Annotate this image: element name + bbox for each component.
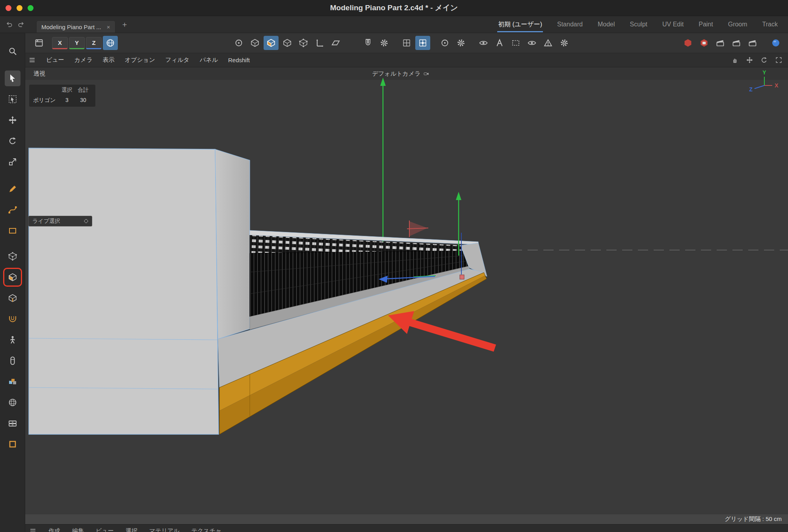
rectangle-spline-tool-button[interactable] bbox=[5, 223, 20, 239]
bottom-menu-create[interactable]: 作成 bbox=[48, 527, 60, 532]
grid-snap-button[interactable] bbox=[399, 36, 414, 50]
team-render-button[interactable] bbox=[745, 36, 760, 50]
scene-check-button[interactable] bbox=[541, 36, 556, 50]
workplane-tool-button[interactable] bbox=[5, 436, 20, 452]
bottom-menu-material[interactable]: マテリアル bbox=[149, 527, 180, 532]
annotation-button[interactable] bbox=[492, 36, 507, 50]
polygon-row-label: ポリゴン bbox=[33, 97, 59, 104]
document-tab[interactable]: Modeling Piano Part ... × bbox=[36, 20, 115, 33]
texture-mode-button[interactable] bbox=[296, 36, 311, 50]
tweak-mode-button[interactable] bbox=[231, 36, 246, 50]
character-tool-button[interactable] bbox=[5, 332, 20, 348]
layout-initial[interactable]: 初期 (ユーザー) bbox=[497, 17, 543, 32]
modeling-settings-button[interactable] bbox=[437, 36, 452, 50]
material-manager-menubar: 作成 編集 ビュー 選択 マテリアル テクスチャ bbox=[25, 524, 788, 532]
workplane-mode-button[interactable] bbox=[328, 36, 343, 50]
window-zoom-button[interactable] bbox=[28, 5, 33, 11]
snap-settings-button[interactable] bbox=[377, 36, 392, 50]
tool-options-icon[interactable] bbox=[83, 218, 89, 224]
edit-render-settings-button[interactable] bbox=[713, 36, 728, 50]
bottom-menu-edit[interactable]: 編集 bbox=[72, 527, 84, 532]
render-view-button[interactable] bbox=[680, 36, 695, 50]
help-sphere-button[interactable] bbox=[768, 36, 783, 50]
total-header: 合計 bbox=[75, 87, 91, 94]
layout-manager-button[interactable] bbox=[32, 36, 46, 50]
axis-mode-button[interactable] bbox=[312, 36, 327, 50]
render-to-picture-viewer-button[interactable] bbox=[697, 36, 712, 50]
spline-pen-tool-button[interactable] bbox=[5, 202, 20, 218]
bottom-menu-icon[interactable] bbox=[29, 527, 37, 532]
coordinate-system-button[interactable] bbox=[103, 36, 118, 50]
sweep-tool-button[interactable] bbox=[5, 311, 20, 327]
view-filter-button[interactable] bbox=[524, 36, 539, 50]
bottom-menu-view[interactable]: ビュー bbox=[96, 527, 114, 532]
camera-icon bbox=[423, 71, 429, 77]
isolate-selection-button[interactable] bbox=[508, 36, 523, 50]
selection-header: 選択 bbox=[59, 87, 75, 94]
dolly-view-icon[interactable] bbox=[744, 55, 755, 66]
toggle-view-icon[interactable] bbox=[773, 55, 784, 66]
sculpt-tool-button[interactable] bbox=[5, 353, 20, 369]
new-tab-button[interactable]: ＋ bbox=[121, 19, 128, 30]
camera-label[interactable]: デフォルトカメラ bbox=[372, 70, 429, 78]
layout-sculpt[interactable]: Sculpt bbox=[629, 17, 648, 32]
menu-options[interactable]: オプション bbox=[125, 56, 155, 64]
grid-spacing-bar: グリッド間隔 : 50 cm bbox=[25, 514, 788, 524]
tool-palette bbox=[0, 33, 25, 532]
layout-track[interactable]: Track bbox=[762, 17, 779, 32]
orbit-view-icon[interactable] bbox=[758, 55, 769, 66]
interactive-render-button[interactable] bbox=[729, 36, 744, 50]
piano-body-box[interactable] bbox=[29, 148, 250, 434]
edges-mode-button[interactable] bbox=[5, 290, 20, 306]
layout-groom[interactable]: Groom bbox=[727, 17, 748, 32]
window-title: Modeling Piano Part 2.c4d * - メイン bbox=[0, 3, 788, 13]
rectangle-selection-tool-button[interactable] bbox=[5, 91, 20, 107]
enable-snap-button[interactable] bbox=[361, 36, 375, 50]
axis-lock-z-button[interactable]: Z bbox=[86, 37, 102, 49]
visibility-filter-button[interactable] bbox=[476, 36, 491, 50]
live-selection-tool-button[interactable] bbox=[5, 70, 20, 86]
asset-drawer-button[interactable] bbox=[5, 415, 20, 431]
annotation-arrow bbox=[388, 311, 496, 352]
menu-display[interactable]: 表示 bbox=[103, 56, 115, 64]
layout-model[interactable]: Model bbox=[597, 17, 616, 32]
rotate-tool-button[interactable] bbox=[5, 133, 20, 149]
axis-lock-y-button[interactable]: Y bbox=[69, 37, 85, 49]
layout-standard[interactable]: Standard bbox=[556, 17, 584, 32]
simulation-tool-button[interactable] bbox=[5, 395, 20, 410]
points-mode-button[interactable] bbox=[5, 248, 20, 264]
bottom-menu-select[interactable]: 選択 bbox=[126, 527, 138, 532]
tab-bar: Modeling Piano Part ... × ＋ 初期 (ユーザー) St… bbox=[0, 16, 788, 33]
options-gear-button[interactable] bbox=[557, 36, 572, 50]
quantize-button[interactable] bbox=[415, 36, 430, 50]
search-tool-button[interactable] bbox=[5, 43, 20, 59]
tab-close-icon[interactable]: × bbox=[107, 24, 110, 30]
polygon-edit-mode-button[interactable] bbox=[264, 36, 279, 50]
volume-tool-button[interactable] bbox=[5, 374, 20, 389]
window-close-button[interactable] bbox=[6, 5, 11, 11]
bottom-menu-texture[interactable]: テクスチャ bbox=[191, 527, 221, 532]
menu-view[interactable]: ビュー bbox=[46, 56, 64, 64]
object-mode-button[interactable] bbox=[280, 36, 295, 50]
window-minimize-button[interactable] bbox=[17, 5, 22, 11]
pen-tool-button[interactable] bbox=[5, 181, 20, 197]
gizmo-x-label: X bbox=[775, 82, 779, 89]
viewport: Y X Z 透視 デフォルトカメラ 選択 合計 ポリゴン 3 bbox=[25, 67, 788, 524]
menu-filter[interactable]: フィルタ bbox=[165, 56, 190, 64]
polygons-mode-button[interactable] bbox=[5, 269, 20, 285]
move-tool-button[interactable] bbox=[5, 112, 20, 128]
modeling-gear-button[interactable] bbox=[453, 36, 468, 50]
layout-uvedit[interactable]: UV Edit bbox=[662, 17, 684, 32]
menu-panel[interactable]: パネル bbox=[200, 56, 218, 64]
menu-redshift[interactable]: Redshift bbox=[228, 57, 250, 63]
scale-tool-button[interactable] bbox=[5, 154, 20, 170]
axis-lock-x-button[interactable]: X bbox=[52, 37, 68, 49]
scene-canvas[interactable]: Y X Z bbox=[25, 67, 788, 524]
layout-paint[interactable]: Paint bbox=[698, 17, 714, 32]
undo-button[interactable] bbox=[4, 19, 15, 30]
redo-button[interactable] bbox=[15, 19, 26, 30]
menu-camera[interactable]: カメラ bbox=[74, 56, 93, 64]
model-mode-button[interactable] bbox=[247, 36, 262, 50]
viewport-menu-icon[interactable] bbox=[28, 56, 36, 64]
pan-view-icon[interactable] bbox=[729, 55, 740, 66]
